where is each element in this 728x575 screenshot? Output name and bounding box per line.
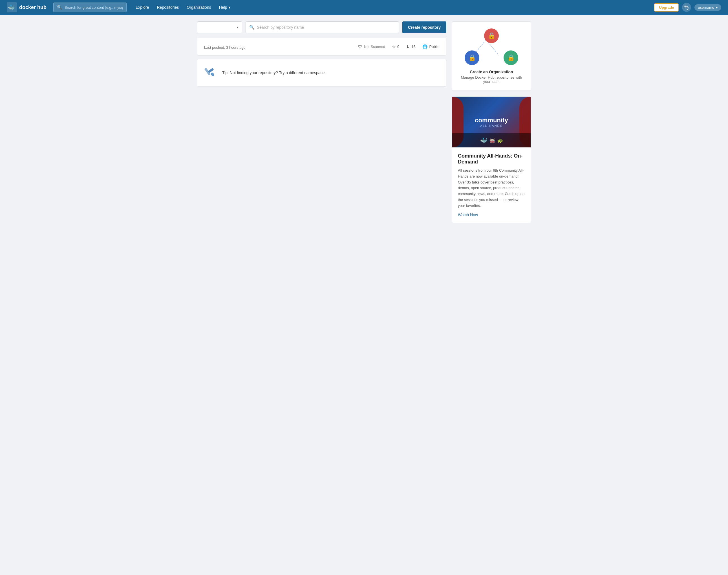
repo-search-input[interactable] xyxy=(257,25,395,30)
watch-now-link[interactable]: Watch Now xyxy=(458,212,478,217)
svg-text:🐳: 🐳 xyxy=(8,4,15,11)
repo-search-icon: 🔍 xyxy=(249,25,255,30)
globe-icon: 🌐 xyxy=(422,44,428,49)
tip-svg-icon xyxy=(204,65,218,78)
org-promo-body: 🔒 🔒 🔒 Create an Organization Manage Dock… xyxy=(452,22,531,91)
nav-explore[interactable]: Explore xyxy=(136,5,149,9)
repo-search-box[interactable]: 🔍 xyxy=(245,22,399,33)
nav-organizations[interactable]: Organizations xyxy=(187,5,211,9)
org-diagram: 🔒 🔒 🔒 xyxy=(458,29,525,65)
org-node-right: 🔒 xyxy=(503,50,518,65)
nav-repositories[interactable]: Repositories xyxy=(157,5,179,9)
page-body: ▾ 🔍 Create repository Last pushed: 3 hou… xyxy=(189,15,539,236)
help-chevron-icon: ▾ xyxy=(228,5,230,9)
username-label: username xyxy=(698,5,714,9)
svg-rect-3 xyxy=(208,68,214,73)
user-chevron-icon: ▾ xyxy=(716,5,718,9)
upgrade-button[interactable]: Upgrade xyxy=(654,3,679,11)
namespace-chevron-icon: ▾ xyxy=(237,25,238,29)
community-title: Community All-Hands: On-Demand xyxy=(458,153,525,165)
community-img-text: community ALL-HANDS xyxy=(475,117,508,127)
whale-icon: 🐳 xyxy=(7,2,17,12)
community-stage: 🐳 🥁 🐢 xyxy=(452,133,531,147)
namespace-selector[interactable]: ▾ xyxy=(197,22,242,33)
nav-search-icon: 🔍 xyxy=(57,5,62,10)
right-column: 🔒 🔒 🔒 Create an Organization Manage Dock… xyxy=(452,22,531,229)
navbar: 🐳 docker hub 🔍 Explore Repositories Orga… xyxy=(0,0,728,15)
left-column: ▾ 🔍 Create repository Last pushed: 3 hou… xyxy=(197,22,446,229)
brand-name: docker hub xyxy=(19,4,46,10)
not-scanned-badge: 🛡 Not Scanned xyxy=(358,44,385,49)
org-node-left: 🔒 xyxy=(465,50,479,65)
logo[interactable]: 🐳 docker hub xyxy=(7,2,46,12)
tip-card: Tip: Not finding your repository? Try a … xyxy=(197,59,446,87)
community-body: Community All-Hands: On-Demand All sessi… xyxy=(452,147,531,223)
community-description: All sessions from our 6th Community All-… xyxy=(458,168,525,209)
star-icon: ☆ xyxy=(392,44,396,49)
svg-point-4 xyxy=(210,72,215,77)
org-node-top: 🔒 xyxy=(484,29,499,43)
visibility-badge: 🌐 Public xyxy=(422,44,439,49)
fingerprint-svg xyxy=(684,4,689,10)
nav-search-input[interactable] xyxy=(65,5,123,9)
stars-stat: ☆ 0 xyxy=(392,44,399,49)
toolbar: ▾ 🔍 Create repository xyxy=(197,22,446,33)
nav-help[interactable]: Help ▾ xyxy=(219,5,230,9)
tip-icon xyxy=(204,65,218,80)
community-card: community ALL-HANDS 🐳 🥁 🐢 Community All-… xyxy=(452,96,531,223)
community-image: community ALL-HANDS 🐳 🥁 🐢 xyxy=(452,97,531,147)
org-promo-title: Create an Organization Manage Docker Hub… xyxy=(458,70,525,84)
repo-card-left: Last pushed: 3 hours ago xyxy=(204,44,358,49)
shield-icon: 🛡 xyxy=(358,44,362,49)
repo-last-pushed: Last pushed: 3 hours ago xyxy=(204,45,358,49)
nav-links: Explore Repositories Organizations Help … xyxy=(136,5,230,9)
user-menu[interactable]: username ▾ xyxy=(694,4,721,11)
downloads-stat: ⬇ 16 xyxy=(406,44,415,49)
fingerprint-icon[interactable] xyxy=(682,3,691,12)
repository-card: Last pushed: 3 hours ago 🛡 Not Scanned ☆… xyxy=(197,38,446,56)
org-promo-card: 🔒 🔒 🔒 Create an Organization Manage Dock… xyxy=(452,22,531,91)
download-icon: ⬇ xyxy=(406,44,410,49)
repo-card-stats: 🛡 Not Scanned ☆ 0 ⬇ 16 🌐 Public xyxy=(358,44,439,49)
nav-right: Upgrade username ▾ xyxy=(654,3,721,12)
create-repository-button[interactable]: Create repository xyxy=(402,22,446,33)
tip-text: Tip: Not finding your repository? Try a … xyxy=(222,70,326,75)
nav-search-box[interactable]: 🔍 xyxy=(53,3,127,12)
